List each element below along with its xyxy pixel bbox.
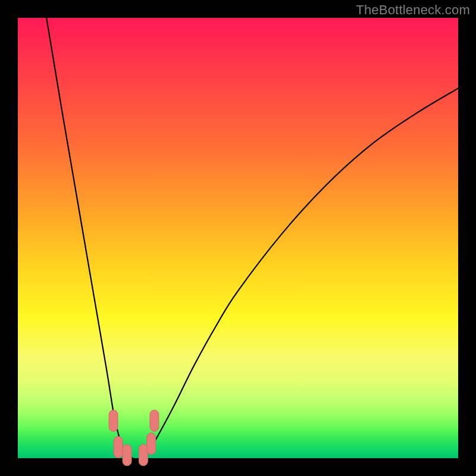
chart-overlay — [18, 18, 458, 458]
curve-marker — [109, 410, 118, 431]
bottleneck-curve — [46, 18, 458, 459]
curve-marker — [114, 437, 123, 458]
chart-container: TheBottleneck.com — [0, 0, 476, 476]
curve-marker — [139, 444, 148, 466]
curve-marker — [123, 444, 131, 466]
watermark-text: TheBottleneck.com — [356, 2, 470, 18]
curve-marker — [150, 410, 159, 431]
curve-marker — [147, 433, 156, 455]
curve-markers — [109, 410, 159, 466]
